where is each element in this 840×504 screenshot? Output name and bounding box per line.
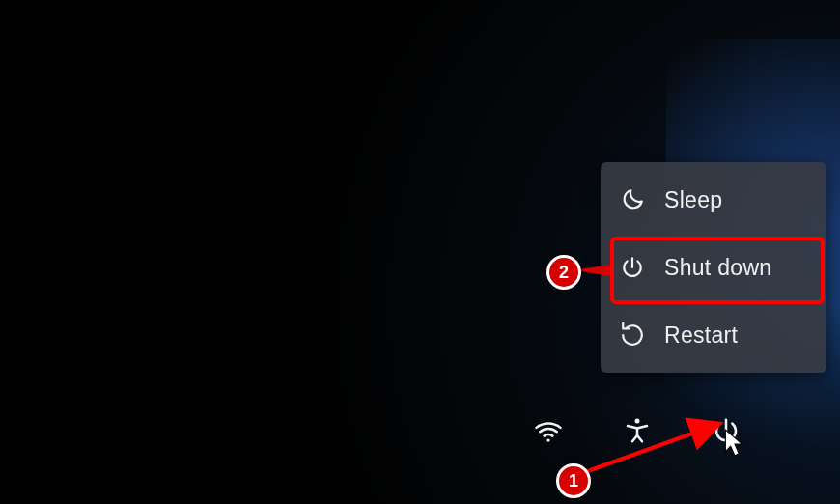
power-options-menu: Sleep Shut down Restart (601, 162, 826, 373)
power-icon (712, 416, 741, 445)
svg-point-1 (635, 419, 640, 424)
svg-point-0 (546, 438, 549, 441)
menu-item-restart[interactable]: Restart (601, 301, 826, 369)
power-button[interactable] (709, 413, 743, 448)
restart-icon (618, 321, 647, 350)
menu-item-sleep[interactable]: Sleep (601, 166, 826, 234)
moon-icon (618, 185, 647, 214)
menu-item-label: Sleep (664, 187, 722, 213)
menu-item-shutdown[interactable]: Shut down (601, 234, 826, 301)
menu-item-label: Restart (664, 322, 738, 349)
network-button[interactable] (531, 413, 566, 448)
accessibility-button[interactable] (620, 413, 655, 448)
annotation-step-1: 1 (556, 463, 591, 498)
power-icon (618, 253, 647, 282)
login-screen-utility-bar (531, 402, 782, 460)
accessibility-icon (623, 416, 652, 445)
wifi-icon (534, 416, 563, 445)
lock-screen: Sleep Shut down Restart (0, 0, 840, 504)
menu-item-label: Shut down (664, 255, 771, 281)
annotation-step-2: 2 (546, 255, 581, 290)
